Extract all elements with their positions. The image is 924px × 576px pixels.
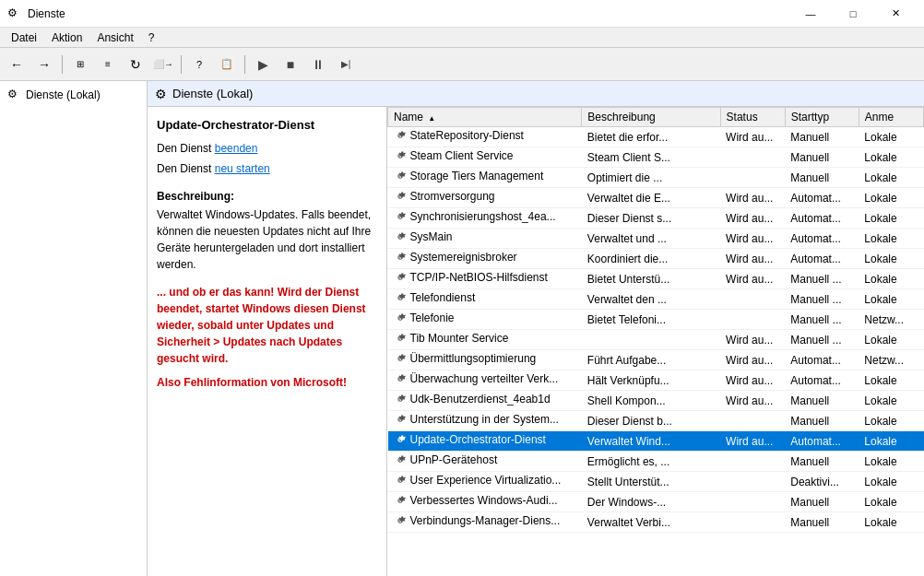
service-description-cell: Verwaltet die E... (582, 188, 720, 208)
action2-link[interactable]: neu starten (215, 162, 270, 175)
forward-button[interactable]: → (31, 52, 57, 77)
sidebar-dienste-icon: ⚙ (7, 88, 22, 102)
menu-aktion[interactable]: Aktion (44, 29, 89, 46)
minimize-button[interactable]: — (789, 0, 832, 28)
table-row[interactable]: TelefondienstVerwaltet den ...Manuell ..… (388, 289, 924, 310)
titlebar-controls: — □ ✕ (789, 0, 917, 28)
table-row[interactable]: Verbessertes Windows-Audi...Der Windows-… (388, 492, 924, 512)
service-description-cell: Dieser Dienst b... (582, 411, 720, 431)
service-status-cell (720, 310, 785, 330)
service-name-cell: Telefonie (388, 310, 582, 330)
maximize-button[interactable]: □ (832, 0, 874, 28)
service-description-cell: Verwaltet den ... (582, 289, 720, 310)
services-table-container[interactable]: Name ▲ Beschreibung Status Starttyp Anme… (387, 107, 924, 576)
table-row[interactable]: Verbindungs-Manager-Diens...Verwaltet Ve… (388, 512, 924, 533)
service-starttype-cell: Automat... (785, 370, 859, 391)
service-name-cell: User Experience Virtualizatio... (388, 472, 582, 492)
desc-conclusion: Also Fehlinformation von Microsoft! (157, 374, 377, 391)
menu-datei[interactable]: Datei (4, 29, 44, 46)
col-name[interactable]: Name ▲ (388, 108, 582, 127)
service-description-cell: Stellt Unterstüt... (582, 472, 720, 492)
service-description-cell: Hält Verknüpfu... (582, 370, 720, 391)
service-status-cell: Wird au... (720, 229, 785, 249)
service-logon-cell: Lokale (859, 452, 923, 472)
service-logon-cell: Lokale (859, 492, 923, 512)
refresh-button[interactable]: ↻ (123, 52, 148, 77)
export-button[interactable]: ⬜→ (150, 52, 176, 77)
col-starttype[interactable]: Starttyp (785, 108, 859, 127)
service-starttype-cell: Manuell ... (785, 289, 859, 310)
resume-service-button[interactable]: ▶| (333, 52, 359, 77)
service-name-cell: Systemereignisbroker (388, 249, 582, 269)
service-name-cell: TCP/IP-NetBIOS-Hilfsdienst (388, 269, 582, 289)
sidebar-dienste-label: Dienste (Lokal) (26, 88, 101, 101)
col-status[interactable]: Status (720, 108, 785, 127)
service-starttype-cell: Manuell ... (785, 310, 859, 330)
service-description-cell: Bietet Unterstü... (582, 269, 720, 289)
show-hide-tree-button[interactable]: ⊞ (67, 52, 93, 77)
service-starttype-cell: Automat... (785, 208, 859, 229)
service-logon-cell: Lokale (859, 168, 923, 188)
start-service-button[interactable]: ▶ (250, 52, 276, 77)
table-row[interactable]: Synchronisierungshost_4ea...Dieser Diens… (388, 208, 924, 229)
service-status-cell: Wird au... (720, 208, 785, 229)
stop-service-button[interactable]: ■ (278, 52, 303, 77)
service-name-cell: StateRepository-Dienst (388, 127, 582, 147)
table-row[interactable]: SystemereignisbrokerKoordiniert die...Wi… (388, 249, 924, 269)
service-status-cell (720, 411, 785, 431)
properties-button[interactable]: 📋 (214, 52, 240, 77)
service-description-cell: Verwaltet und ... (582, 229, 720, 249)
table-row[interactable]: Überwachung verteilter Verk...Hält Verkn… (388, 370, 924, 391)
col-description[interactable]: Beschreibung (582, 108, 720, 127)
table-row[interactable]: Storage Tiers ManagementOptimiert die ..… (388, 168, 924, 188)
service-starttype-cell: Manuell (785, 492, 859, 512)
list-view-button[interactable]: ≡ (95, 52, 121, 77)
service-status-cell: Wird au... (720, 370, 785, 391)
service-logon-cell: Lokale (859, 289, 923, 310)
service-name-cell: Storage Tiers Management (388, 168, 582, 188)
service-starttype-cell: Manuell (785, 512, 859, 533)
service-status-cell: Wird au... (720, 330, 785, 350)
service-description-cell: Führt Aufgabe... (582, 350, 720, 370)
desc-service-name: Update-Orchestrator-Dienst (157, 118, 377, 132)
desc-actions: Den Dienst beenden Den Dienst neu starte… (157, 139, 377, 179)
service-starttype-cell: Automat... (785, 249, 859, 269)
action1-link[interactable]: beenden (215, 142, 258, 155)
table-row[interactable]: StateRepository-DienstBietet die erfor..… (388, 127, 924, 147)
table-row[interactable]: Steam Client ServiceSteam Client S...Man… (388, 147, 924, 168)
table-row[interactable]: Update-Orchestrator-DienstVerwaltet Wind… (388, 431, 924, 452)
service-description-cell: Verwaltet Verbi... (582, 512, 720, 533)
table-row[interactable]: Unterstützung in der System...Dieser Die… (388, 411, 924, 431)
service-name-cell: Stromversorgung (388, 188, 582, 208)
services-tbody: StateRepository-DienstBietet die erfor..… (388, 127, 924, 533)
table-row[interactable]: TCP/IP-NetBIOS-HilfsdienstBietet Unterst… (388, 269, 924, 289)
service-description-cell: Bietet die erfor... (582, 127, 720, 147)
service-starttype-cell: Manuell (785, 411, 859, 431)
table-row[interactable]: UPnP-GerätehostErmöglicht es, ...Manuell… (388, 452, 924, 472)
sidebar-item-dienste-lokal[interactable]: ⚙ Dienste (Lokal) (0, 85, 147, 105)
col-logon[interactable]: Anme (859, 108, 923, 127)
toolbar-separator-1 (62, 55, 63, 74)
help-button[interactable]: ? (186, 52, 212, 77)
table-row[interactable]: Udk-Benutzerdienst_4eab1dShell Kompon...… (388, 391, 924, 411)
menu-help[interactable]: ? (141, 29, 162, 46)
service-status-cell (720, 289, 785, 310)
toolbar-separator-3 (244, 55, 245, 74)
table-row[interactable]: ÜbermittlungsoptimierungFührt Aufgabe...… (388, 350, 924, 370)
table-row[interactable]: TelefonieBietet Telefoni...Manuell ...Ne… (388, 310, 924, 330)
pause-service-button[interactable]: ⏸ (305, 52, 331, 77)
table-row[interactable]: SysMainVerwaltet und ...Wird au...Automa… (388, 229, 924, 249)
service-status-cell: Wird au... (720, 350, 785, 370)
service-logon-cell: Lokale (859, 127, 923, 147)
table-row[interactable]: User Experience Virtualizatio...Stellt U… (388, 472, 924, 492)
table-row[interactable]: Tib Mounter ServiceWird au...Manuell ...… (388, 330, 924, 350)
service-name-cell: Überwachung verteilter Verk... (388, 370, 582, 391)
main-content: ⚙ Dienste (Lokal) ⚙ Dienste (Lokal) Upda… (0, 81, 924, 576)
menu-ansicht[interactable]: Ansicht (89, 29, 140, 46)
service-starttype-cell: Manuell ... (785, 269, 859, 289)
back-button[interactable]: ← (4, 52, 30, 77)
close-button[interactable]: ✕ (874, 0, 917, 28)
table-row[interactable]: StromversorgungVerwaltet die E...Wird au… (388, 188, 924, 208)
service-status-cell: Wird au... (720, 249, 785, 269)
toolbar: ← → ⊞ ≡ ↻ ⬜→ ? 📋 ▶ ■ ⏸ ▶| (0, 48, 924, 81)
